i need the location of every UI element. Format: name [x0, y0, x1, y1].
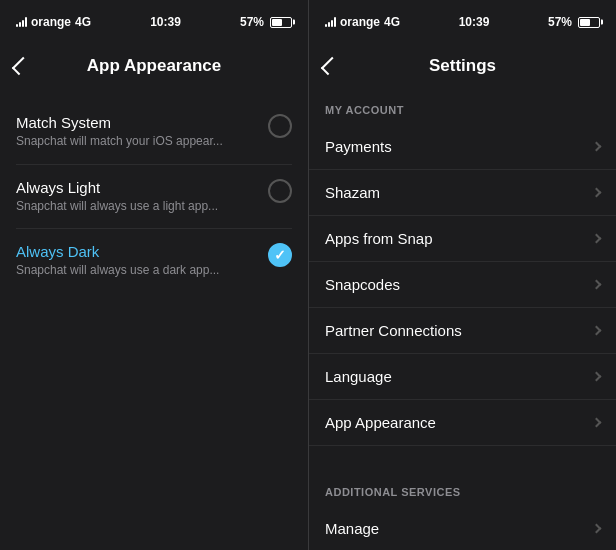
app-appearance-chevron-icon: [592, 418, 602, 428]
apps-from-snap-label: Apps from Snap: [325, 230, 433, 247]
manage-chevron-icon: [592, 524, 602, 534]
always-light-option[interactable]: Always Light Snapchat will always use a …: [0, 165, 308, 229]
battery-percent-right: 57%: [548, 15, 572, 29]
always-light-radio[interactable]: [268, 179, 292, 203]
settings-item-manage[interactable]: Manage: [309, 506, 616, 550]
snapcodes-label: Snapcodes: [325, 276, 400, 293]
battery-icon-left: [270, 17, 292, 28]
right-time: 10:39: [459, 15, 490, 29]
my-account-section-header: MY ACCOUNT: [309, 88, 616, 124]
shazam-chevron-icon: [592, 188, 602, 198]
left-status-left: orange 4G: [16, 15, 91, 29]
manage-label: Manage: [325, 520, 379, 537]
settings-item-language[interactable]: Language: [309, 354, 616, 400]
check-mark-icon: ✓: [274, 247, 286, 263]
payments-chevron-icon: [592, 142, 602, 152]
settings-item-apps-from-snap[interactable]: Apps from Snap: [309, 216, 616, 262]
partner-connections-chevron-icon: [592, 326, 602, 336]
additional-services-section-header: ADDITIONAL SERVICES: [309, 470, 616, 506]
apps-from-snap-chevron-icon: [592, 234, 602, 244]
chevron-left-right-icon: [321, 57, 339, 75]
match-system-radio[interactable]: [268, 114, 292, 138]
right-status-right: 57%: [548, 15, 600, 29]
payments-label: Payments: [325, 138, 392, 155]
always-dark-text: Always Dark Snapchat will always use a d…: [16, 243, 268, 279]
settings-item-payments[interactable]: Payments: [309, 124, 616, 170]
left-time: 10:39: [150, 15, 181, 29]
language-label: Language: [325, 368, 392, 385]
chevron-left-icon: [12, 57, 30, 75]
network-label: 4G: [75, 15, 91, 29]
settings-item-partner-connections[interactable]: Partner Connections: [309, 308, 616, 354]
right-network-label: 4G: [384, 15, 400, 29]
battery-fill-left: [272, 19, 282, 26]
match-system-subtitle: Snapchat will match your iOS appear...: [16, 134, 256, 150]
left-status-right: 57%: [240, 15, 292, 29]
snapcodes-chevron-icon: [592, 280, 602, 290]
settings-list: MY ACCOUNT Payments Shazam Apps from Sna…: [309, 88, 616, 550]
right-panel: orange 4G 10:39 57% Settings MY ACCOUNT …: [308, 0, 616, 550]
match-system-text: Match System Snapchat will match your iO…: [16, 114, 268, 150]
shazam-label: Shazam: [325, 184, 380, 201]
right-carrier-label: orange: [340, 15, 380, 29]
match-system-option[interactable]: Match System Snapchat will match your iO…: [0, 100, 308, 164]
right-status-left: orange 4G: [325, 15, 400, 29]
carrier-label: orange: [31, 15, 71, 29]
appearance-options-list: Match System Snapchat will match your iO…: [0, 88, 308, 550]
left-nav-bar: App Appearance: [0, 44, 308, 88]
match-system-title: Match System: [16, 114, 256, 131]
language-chevron-icon: [592, 372, 602, 382]
settings-item-shazam[interactable]: Shazam: [309, 170, 616, 216]
right-signal-bars-icon: [325, 17, 336, 27]
settings-item-snapcodes[interactable]: Snapcodes: [309, 262, 616, 308]
always-dark-title: Always Dark: [16, 243, 256, 260]
always-light-text: Always Light Snapchat will always use a …: [16, 179, 268, 215]
partner-connections-label: Partner Connections: [325, 322, 462, 339]
signal-bars-icon: [16, 17, 27, 27]
always-dark-subtitle: Snapchat will always use a dark app...: [16, 263, 256, 279]
battery-percent-left: 57%: [240, 15, 264, 29]
right-nav-bar: Settings: [309, 44, 616, 88]
back-button-left[interactable]: [16, 58, 28, 74]
page-title-right: Settings: [429, 56, 496, 76]
right-status-bar: orange 4G 10:39 57%: [309, 0, 616, 44]
page-title-left: App Appearance: [87, 56, 221, 76]
always-dark-option[interactable]: Always Dark Snapchat will always use a d…: [0, 229, 308, 293]
always-light-subtitle: Snapchat will always use a light app...: [16, 199, 256, 215]
battery-fill-right: [580, 19, 590, 26]
always-light-title: Always Light: [16, 179, 256, 196]
back-button-right[interactable]: [325, 58, 337, 74]
left-status-bar: orange 4G 10:39 57%: [0, 0, 308, 44]
always-dark-radio[interactable]: ✓: [268, 243, 292, 267]
left-panel: orange 4G 10:39 57% App Appearance Match…: [0, 0, 308, 550]
app-appearance-label: App Appearance: [325, 414, 436, 431]
battery-icon-right: [578, 17, 600, 28]
settings-item-app-appearance[interactable]: App Appearance: [309, 400, 616, 446]
